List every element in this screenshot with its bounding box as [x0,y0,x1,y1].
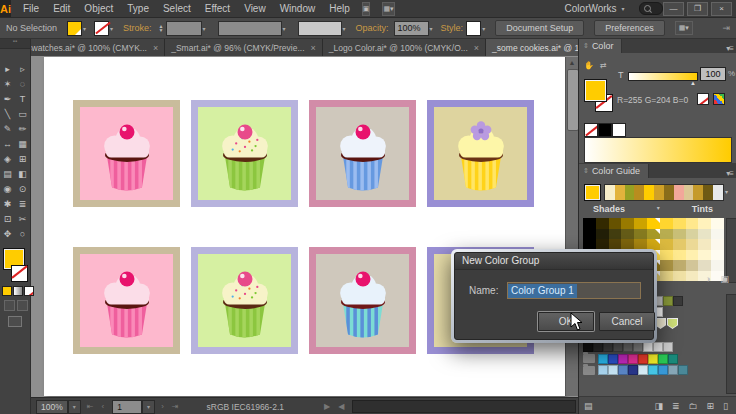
eyedropper-tool[interactable]: ◉ [0,181,15,196]
variation-swatch[interactable] [596,218,609,229]
workspace-switcher[interactable]: ColorWorks ▾ [565,3,625,14]
variation-swatch[interactable] [686,250,699,261]
variation-dropdown-icon[interactable]: ▾ [657,204,660,214]
stroke-weight-field[interactable] [166,21,202,36]
variation-swatch[interactable] [621,239,634,250]
variation-swatch[interactable] [698,229,711,240]
swatch[interactable] [593,342,603,352]
close-button[interactable]: × [711,2,732,16]
swatch[interactable] [633,342,643,352]
variation-swatch[interactable] [660,271,673,282]
symbol-sprayer-tool[interactable]: ✱ [0,196,15,211]
cancel-button[interactable]: Cancel [599,312,655,331]
blend-tool[interactable]: ⊙ [15,181,30,196]
stroke-swatch[interactable] [94,21,109,36]
variation-swatch[interactable] [673,260,686,271]
variation-swatch[interactable] [660,218,673,229]
document-tab-3[interactable]: _Logo Color.ai* @ 100% (CMYK/O...× [323,39,486,56]
stroke-weight-stepper[interactable]: ▲▼ [159,24,164,32]
perspective-grid-tool[interactable]: ⊞ [15,151,30,166]
type-tool[interactable]: T [15,91,30,106]
menu-help[interactable]: Help [329,3,350,14]
harmony-color-8[interactable] [674,185,684,200]
harmony-color-11[interactable] [703,185,713,200]
none-quick-swatch[interactable] [584,123,598,137]
variation-swatch[interactable] [686,229,699,240]
zoom-level-field[interactable]: 100% [36,400,68,414]
collapse-control-bar-icon[interactable]: ⇥ [722,23,730,33]
opacity-label[interactable]: Opacity: [356,23,389,33]
chevron-down-icon[interactable]: ▾ [203,25,206,32]
shape-builder-tool[interactable]: ◈ [0,151,15,166]
tint-slider[interactable] [628,72,698,81]
menu-edit[interactable]: Edit [53,3,70,14]
swatch[interactable] [658,354,668,364]
variation-swatch[interactable] [621,218,634,229]
name-input[interactable]: Color Group 1 [507,282,641,299]
width-tool[interactable]: ↔ [0,136,15,151]
variation-swatch[interactable] [621,229,634,240]
menu-file[interactable]: File [23,3,39,14]
tab-close-icon[interactable]: × [311,43,316,53]
swatch[interactable] [608,354,618,364]
variation-swatch[interactable] [711,260,724,271]
swap-colors-icon[interactable]: ⇄ [600,61,607,70]
variation-swatch[interactable] [673,250,686,261]
variation-swatch[interactable] [596,229,609,240]
scroll-left-icon[interactable]: ◀ [338,402,346,411]
swatch[interactable] [667,318,678,329]
selection-tool[interactable]: ▸ [0,61,15,76]
brush-definition-dropdown[interactable] [298,21,342,36]
swatch[interactable] [663,342,673,352]
harmony-color-9[interactable] [684,185,694,200]
variation-swatch[interactable] [711,229,724,240]
chevron-down-icon[interactable]: ▾ [110,25,113,32]
save-group-to-swatches-icon[interactable]: ▣ [720,274,729,284]
variable-width-dropdown[interactable] [218,21,282,36]
scroll-up-icon[interactable]: ▲ [566,57,578,68]
screen-mode-button[interactable] [8,316,22,327]
swatch[interactable] [618,354,628,364]
variation-swatch[interactable] [647,229,660,240]
swatch[interactable] [613,342,623,352]
green-cupcake[interactable] [191,100,298,207]
harmony-color-6[interactable] [654,185,664,200]
variation-swatch[interactable] [647,239,660,250]
align-icon[interactable]: ▦▾ [675,21,693,35]
hand-tool[interactable]: ✥ [0,226,15,241]
artboard-number-field[interactable]: 1 [112,400,142,414]
free-transform-tool[interactable]: ▦ [15,136,30,151]
swatch[interactable] [648,354,658,364]
variation-swatch[interactable] [660,250,673,261]
variation-swatch[interactable] [609,239,622,250]
color-ramp[interactable] [584,137,732,163]
aqua-cupcake[interactable] [309,247,416,354]
swatch-libraries-icon[interactable]: ▤ [584,401,593,411]
new-color-group-icon[interactable]: 🗀 [689,401,698,411]
harmony-color-7[interactable] [664,185,674,200]
last-artboard-icon[interactable]: ⇥ [172,402,181,411]
base-color-swatch[interactable] [584,184,601,201]
swatches-scrollbar[interactable] [726,294,736,394]
variation-swatch[interactable] [609,218,622,229]
blue-cupcake[interactable] [309,100,416,207]
variation-swatch[interactable] [686,260,699,271]
menu-effect[interactable]: Effect [205,3,230,14]
black-quick-swatch[interactable] [598,123,612,137]
swatch[interactable] [638,354,648,364]
spectrum-icon[interactable] [713,93,725,105]
search-input[interactable] [639,2,663,15]
magic-wand-tool[interactable]: ✶ [0,76,15,91]
variation-swatch[interactable] [673,239,686,250]
swatch[interactable] [628,365,638,375]
variation-swatch[interactable] [686,218,699,229]
tools-panel-grip[interactable]: ▪▪ [0,38,30,49]
column-graph-tool[interactable]: ≣ [15,196,30,211]
variation-swatch[interactable] [634,239,647,250]
lasso-tool[interactable]: ◌ [15,76,30,91]
color-mode-button[interactable] [2,286,12,296]
zoom-dropdown-icon[interactable]: ▾ [68,400,81,414]
zoom-tool[interactable]: ○ [15,226,30,241]
paintbrush-tool[interactable]: ✎ [0,121,15,136]
swatch[interactable] [653,342,663,352]
